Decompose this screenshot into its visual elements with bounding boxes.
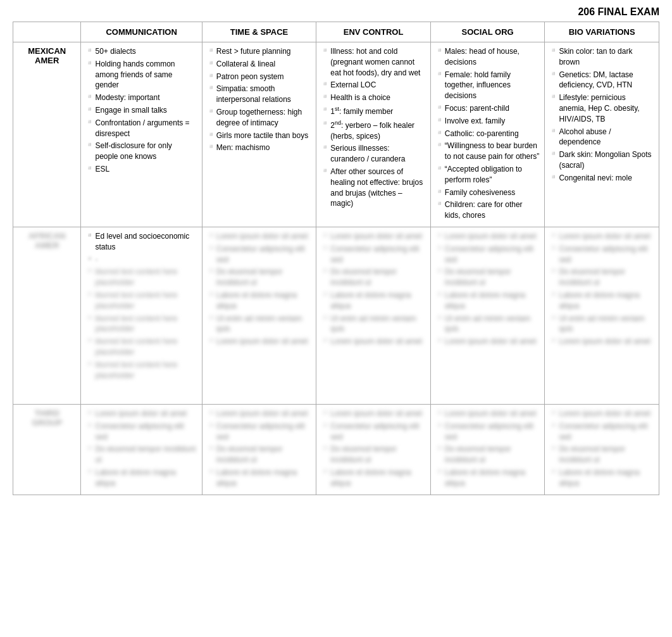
row-label-1: AFRICANAMER: [13, 227, 81, 404]
cell-communication-row2: Lorem ipsum dolor sit ametConsectetur ad…: [81, 404, 202, 495]
row-label-0: MEXICANAMER: [13, 42, 81, 227]
cell-env-control-row0: Illness: hot and cold (pregnant women ca…: [316, 42, 431, 227]
cell-time-space-row0: Rest > future planningCollateral & linea…: [202, 42, 316, 227]
header-social-org: SOCIAL ORG: [430, 22, 545, 42]
header-bio-variations: BIO VARIATIONS: [545, 22, 659, 42]
header-env-control: ENV CONTROL: [316, 22, 431, 42]
cell-social-org-row2: Lorem ipsum dolor sit ametConsectetur ad…: [430, 404, 545, 495]
cell-communication-row0: 50+ dialectsHolding hands common among f…: [81, 42, 202, 227]
row-label-2: THIRDGROUP: [13, 404, 81, 495]
header-col0: [13, 22, 81, 42]
cell-social-org-row0: Males: head of house, decisionsFemale: h…: [430, 42, 545, 227]
cell-env-control-row2: Lorem ipsum dolor sit ametConsectetur ad…: [316, 404, 431, 495]
cell-time-space-row2: Lorem ipsum dolor sit ametConsectetur ad…: [202, 404, 316, 495]
cell-bio-variations-row1: Lorem ipsum dolor sit ametConsectetur ad…: [545, 227, 659, 404]
main-table: COMMUNICATION TIME & SPACE ENV CONTROL S…: [13, 22, 659, 495]
header-time-space: TIME & SPACE: [202, 22, 316, 42]
cell-env-control-row1: Lorem ipsum dolor sit ametConsectetur ad…: [316, 227, 431, 404]
cell-bio-variations-row2: Lorem ipsum dolor sit ametConsectetur ad…: [545, 404, 659, 495]
cell-social-org-row1: Lorem ipsum dolor sit ametConsectetur ad…: [430, 227, 545, 404]
header-communication: COMMUNICATION: [81, 22, 202, 42]
cell-bio-variations-row0: Skin color: tan to dark brownGenetics: D…: [545, 42, 659, 227]
page-title: 206 FINAL EXAM: [0, 0, 672, 22]
cell-communication-row1: Ed level and socioeconomic status▫blurre…: [81, 227, 202, 404]
cell-time-space-row1: Lorem ipsum dolor sit ametConsectetur ad…: [202, 227, 316, 404]
